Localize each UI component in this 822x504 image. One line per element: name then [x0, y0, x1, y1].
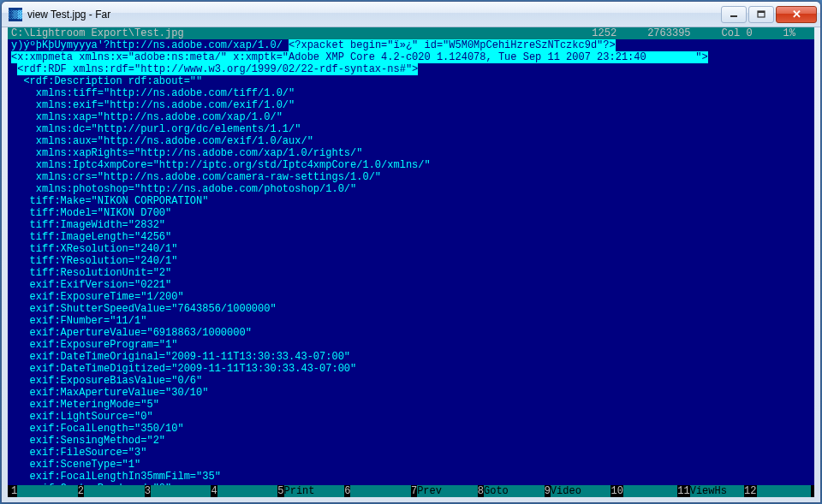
file-content[interactable]: y)ýºþKþUymyyya'?http://ns.adobe.com/xap/… — [8, 39, 814, 485]
content-line: exif:ExposureTime="1/200" — [11, 291, 811, 303]
content-line: exif:FNumber="11/1" — [11, 315, 811, 327]
fkey-8[interactable]: 8Goto — [478, 485, 545, 497]
content-line: tiff:YResolution="240/1" — [11, 255, 811, 267]
content-line: exif:ExposureProgram="1" — [11, 339, 811, 351]
fkey-6[interactable]: 6 — [344, 485, 411, 497]
fkey-10[interactable]: 10 — [611, 485, 677, 497]
function-key-bar: 1 2 3 4 5Print 6 7Prev 8Goto 9Video 10 1… — [8, 485, 814, 497]
fkey-5[interactable]: 5Print — [277, 485, 344, 497]
content-line: exif:MaxApertureValue="30/10" — [11, 387, 811, 399]
fkey-1[interactable]: 1 — [11, 485, 78, 497]
content-line: tiff:XResolution="240/1" — [11, 243, 811, 255]
window-title: view Test.jpg - Far — [27, 9, 721, 21]
content-line: xmlns:tiff="http://ns.adobe.com/tiff/1.0… — [11, 87, 811, 99]
content-line: xmlns:exif="http://ns.adobe.com/exif/1.0… — [11, 99, 811, 111]
content-line: exif:FocalLengthIn35mmFilm="35" — [11, 471, 811, 483]
titlebar[interactable]: ░▒▓ view Test.jpg - Far ✕ — [2, 2, 820, 27]
fkey-3[interactable]: 3 — [145, 485, 211, 497]
close-button[interactable]: ✕ — [776, 6, 817, 23]
svg-rect-0 — [730, 15, 737, 17]
fkey-12[interactable]: 12 — [744, 485, 811, 497]
status-size: 2763395 — [632, 27, 706, 39]
content-line: tiff:ImageLength="4256" — [11, 231, 811, 243]
fkey-7[interactable]: 7Prev — [411, 485, 478, 497]
content-line: <x:xmpmeta xmlns:x="adobe:ns:meta/" x:xm… — [11, 51, 811, 63]
fkey-4[interactable]: 4 — [211, 485, 277, 497]
content-line: <rdf:RDF xmlns:rdf="http://www.w3.org/19… — [11, 63, 811, 75]
content-line: tiff:Make="NIKON CORPORATION" — [11, 195, 811, 207]
status-col: Col 0 — [706, 27, 768, 39]
app-icon: ░▒▓ — [9, 8, 22, 21]
content-line: xmlns:xapRights="http://ns.adobe.com/xap… — [11, 147, 811, 159]
minimize-button[interactable] — [721, 6, 747, 23]
content-line: exif:ApertureValue="6918863/1000000" — [11, 327, 811, 339]
status-bar-top: C:\Lightroom Export\Test.jpg 1252 276339… — [8, 27, 814, 39]
content-line: exif:ExposureBiasValue="0/6" — [11, 375, 811, 387]
content-line: xmlns:xap="http://ns.adobe.com/xap/1.0/" — [11, 111, 811, 123]
content-line: <rdf:Description rdf:about="" — [11, 75, 811, 87]
content-line: tiff:Model="NIKON D700" — [11, 207, 811, 219]
fkey-9[interactable]: 9Video — [545, 485, 611, 497]
fkey-11[interactable]: 11ViewHs — [677, 485, 744, 497]
fkey-2[interactable]: 2 — [78, 485, 145, 497]
content-line: tiff:ResolutionUnit="2" — [11, 267, 811, 279]
content-line: exif:SensingMethod="2" — [11, 435, 811, 447]
content-line: tiff:ImageWidth="2832" — [11, 219, 811, 231]
content-line: exif:SceneType="1" — [11, 459, 811, 471]
content-line: exif:DateTimeOriginal="2009-11-11T13:30:… — [11, 351, 811, 363]
content-line: exif:FileSource="3" — [11, 447, 811, 459]
window-buttons: ✕ — [721, 6, 817, 23]
terminal-client: C:\Lightroom Export\Test.jpg 1252 276339… — [8, 27, 814, 497]
status-pos: 1252 — [576, 27, 632, 39]
maximize-button[interactable] — [748, 6, 774, 23]
content-line: xmlns:photoshop="http://ns.adobe.com/pho… — [11, 183, 811, 195]
content-line: exif:LightSource="0" — [11, 411, 811, 423]
content-line: exif:FocalLength="350/10" — [11, 423, 811, 435]
window-frame: ░▒▓ view Test.jpg - Far ✕ C:\Lightroom E… — [1, 1, 821, 503]
status-pct: 1% — [768, 27, 811, 39]
content-line: xmlns:dc="http://purl.org/dc/elements/1.… — [11, 123, 811, 135]
content-line: exif:ShutterSpeedValue="7643856/1000000" — [11, 303, 811, 315]
content-line: exif:DateTimeDigitized="2009-11-11T13:30… — [11, 363, 811, 375]
content-line: exif:ExifVersion="0221" — [11, 279, 811, 291]
content-line: y)ýºþKþUymyyya'?http://ns.adobe.com/xap/… — [11, 39, 811, 51]
content-line: exif:MeteringMode="5" — [11, 399, 811, 411]
content-line: xmlns:Iptc4xmpCore="http://iptc.org/std/… — [11, 159, 811, 171]
file-path: C:\Lightroom Export\Test.jpg — [11, 27, 184, 39]
content-line: xmlns:crs="http://ns.adobe.com/camera-ra… — [11, 171, 811, 183]
content-line: xmlns:aux="http://ns.adobe.com/exif/1.0/… — [11, 135, 811, 147]
svg-rect-2 — [758, 11, 765, 13]
